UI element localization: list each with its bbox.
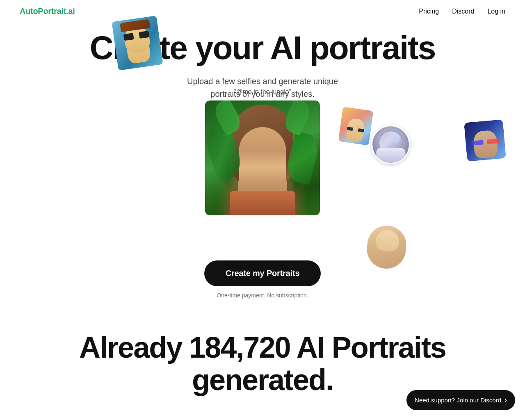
- logo[interactable]: AutoPortrait.ai: [20, 7, 75, 16]
- support-text: Need support? Join our Discord: [415, 397, 501, 404]
- scatter-portrait-1: [338, 107, 373, 146]
- portrait-caption: "@me in the jungle": [234, 88, 292, 96]
- main-portrait: [205, 100, 320, 215]
- scatter-portrait-astronaut: [371, 125, 410, 164]
- hero-subtitle: Upload a few selfies and generate unique…: [20, 75, 505, 100]
- navigation: AutoPortrait.ai Pricing Discord Log in: [0, 0, 525, 23]
- nav-pricing[interactable]: Pricing: [419, 8, 439, 15]
- stats-title: Already 184,720 AI Portraits generated.: [20, 331, 505, 396]
- cta-note: One-time payment. No subscription.: [20, 292, 505, 299]
- logo-text-end: .ai: [66, 7, 75, 16]
- floating-portrait-topleft: [112, 16, 163, 71]
- hero-section: Create your AI portraits Upload a few se…: [0, 23, 525, 244]
- hero-title: Create your AI portraits: [20, 31, 505, 65]
- logo-text-start: AutoPortrait: [20, 7, 66, 16]
- support-chevron: ›: [504, 396, 507, 404]
- create-portraits-button[interactable]: Create my Portraits: [204, 260, 321, 286]
- scatter-portrait-cyber: [464, 119, 506, 162]
- hero-subtitle-line1: Upload a few selfies and generate unique: [187, 77, 338, 86]
- cta-section: Create my Portraits One-time payment. No…: [0, 260, 525, 299]
- nav-login[interactable]: Log in: [487, 8, 505, 15]
- support-banner[interactable]: Need support? Join our Discord ›: [406, 390, 515, 410]
- nav-discord[interactable]: Discord: [452, 8, 474, 15]
- portrait-showcase: "@me in the jungle": [78, 100, 447, 244]
- nav-links: Pricing Discord Log in: [419, 8, 505, 15]
